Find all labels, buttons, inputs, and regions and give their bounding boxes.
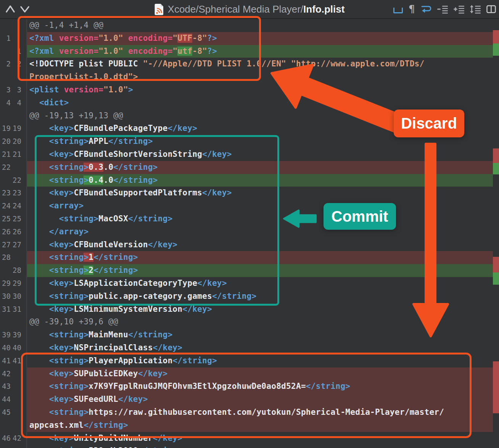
old-line-number: 4 <box>0 97 11 110</box>
old-line-number: 30 <box>0 290 11 303</box>
old-line-number: 41 <box>0 355 11 367</box>
old-line-number: 23 <box>0 187 11 200</box>
gutter-separator <box>21 445 27 448</box>
file-name: Info.plist <box>303 3 344 15</box>
new-line-number <box>11 161 21 174</box>
gutter-separator <box>21 264 27 277</box>
gutter-separator <box>21 135 27 148</box>
diff-row-ctx[interactable]: 44 <dict> <box>0 97 493 110</box>
old-line-number: 44 <box>0 393 11 406</box>
overview-scrollbar[interactable] <box>493 19 499 448</box>
old-line-number <box>0 110 11 122</box>
diff-row-hunk[interactable]: @@ -39,10 +39,6 @@ <box>0 316 493 329</box>
new-line-number <box>11 251 21 264</box>
diff-row-ctx[interactable]: 3939 <string>MainMenu</string> <box>0 329 493 342</box>
line-spacing-icon[interactable] <box>470 5 481 14</box>
commit-label: Commit <box>324 203 396 230</box>
discard-label: Discard <box>394 110 464 137</box>
new-line-number: 26 <box>11 226 21 239</box>
diff-row-ctx[interactable]: 33<plist version="1.0"> <box>0 84 493 97</box>
new-line-number: 29 <box>11 277 21 290</box>
old-line-number: 22 <box>0 161 11 174</box>
new-line-number <box>11 445 21 448</box>
gutter-separator <box>21 239 27 251</box>
code-line: <plist version="1.0"> <box>27 84 493 97</box>
code-line: <string>MainMenu</string> <box>27 329 493 342</box>
gutter-separator <box>21 303 27 316</box>
gutter-separator <box>21 251 27 264</box>
gutter-separator <box>21 174 27 187</box>
new-line-number: 4 <box>11 97 21 110</box>
new-line-number: 25 <box>11 213 21 226</box>
new-line-number: 19 <box>11 122 21 135</box>
old-line-number: 31 <box>0 303 11 316</box>
old-line-number: 42 <box>0 367 11 380</box>
added-change-mark <box>493 272 499 285</box>
new-line-number <box>11 110 21 122</box>
new-line-number: 40 <box>11 342 21 355</box>
file-path-prefix: Xcode/Spherical Media Player/ <box>168 3 304 15</box>
gutter-separator <box>21 226 27 239</box>
old-line-number <box>0 19 11 32</box>
old-line-number: 45 <box>0 406 11 419</box>
gutter-separator <box>21 200 27 213</box>
gutter-separator <box>21 290 27 303</box>
new-line-number: 41 <box>11 355 21 367</box>
new-line-number <box>11 419 21 432</box>
old-line-number: 21 <box>0 148 11 161</box>
old-line-number: 3 <box>0 84 11 97</box>
old-line-number <box>0 316 11 329</box>
old-line-number <box>0 264 11 277</box>
new-line-number: 21 <box>11 148 21 161</box>
old-line-number: 2 <box>0 58 11 71</box>
diff-toolbar: ¶ <box>393 0 496 18</box>
old-line-number: 43 <box>0 380 11 393</box>
split-view-icon[interactable] <box>486 5 496 13</box>
old-line-number <box>0 419 11 432</box>
gutter-separator <box>21 187 27 200</box>
new-line-number: 28 <box>11 264 21 277</box>
new-line-number: 42 <box>11 432 21 445</box>
commit-annotation-box <box>35 135 279 306</box>
new-line-number: 22 <box>11 174 21 187</box>
new-line-number: 31 <box>11 303 21 316</box>
deleted-change-mark <box>493 30 499 44</box>
new-line-number: 39 <box>11 329 21 342</box>
file-path-title: Xcode/Spherical Media Player/Info.plist <box>168 3 345 15</box>
old-line-number: 29 <box>0 277 11 290</box>
old-line-number <box>0 174 11 187</box>
added-change-mark <box>493 163 499 174</box>
pilcrow-icon[interactable]: ¶ <box>409 4 415 14</box>
increase-context-icon[interactable] <box>454 5 464 14</box>
old-line-number: 25 <box>0 213 11 226</box>
gutter-separator <box>21 277 27 290</box>
word-wrap-icon[interactable] <box>421 5 431 14</box>
old-line-number: 19 <box>0 122 11 135</box>
old-line-number <box>0 71 11 84</box>
code-line: <dict> <box>27 97 493 110</box>
old-line-number <box>0 45 11 58</box>
whitespace-icon[interactable] <box>393 5 403 13</box>
deleted-change-mark <box>493 257 499 272</box>
new-line-number <box>11 367 21 380</box>
old-line-number: 20 <box>0 135 11 148</box>
new-line-number <box>11 316 21 329</box>
decrease-context-icon[interactable] <box>437 5 448 14</box>
old-line-number: 28 <box>0 251 11 264</box>
new-line-number: 3 <box>11 84 21 97</box>
old-line-number: 39 <box>0 329 11 342</box>
gutter-separator <box>21 84 27 97</box>
code-line: @@ -39,10 +39,6 @@ <box>27 316 493 329</box>
added-change-mark <box>493 44 499 56</box>
diff-row-ctx[interactable]: <string>520a4b2000</string> <box>0 445 493 448</box>
discard-annotation-box <box>18 16 261 81</box>
discard-annotation-box-bottom <box>21 353 472 438</box>
old-line-number: 1 <box>0 32 11 45</box>
gutter-separator <box>21 97 27 110</box>
old-line-number <box>0 445 11 448</box>
gutter-separator <box>21 161 27 174</box>
new-line-number <box>11 406 21 419</box>
new-line-number: 30 <box>11 290 21 303</box>
new-line-number: 23 <box>11 187 21 200</box>
new-line-number: 27 <box>11 239 21 251</box>
